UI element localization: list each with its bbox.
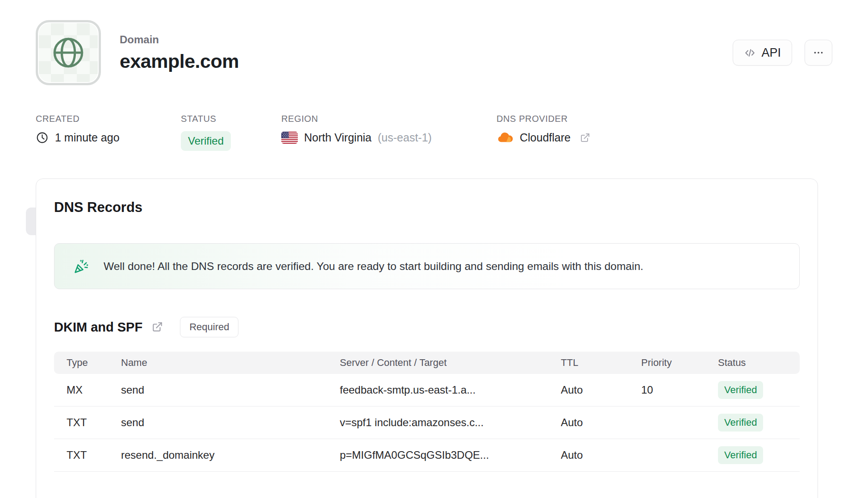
record-content[interactable]: v=spf1 include:amazonses.c... xyxy=(340,416,561,429)
region-code: (us-east-1) xyxy=(378,131,432,144)
code-icon xyxy=(744,47,756,59)
record-priority: 10 xyxy=(641,384,718,396)
table-header-row: Type Name Server / Content / Target TTL … xyxy=(54,352,800,374)
record-name: send xyxy=(121,384,340,396)
status-badge: Verified xyxy=(181,131,231,151)
record-content[interactable]: feedback-smtp.us-east-1.a... xyxy=(340,384,561,396)
record-name: resend._domainkey xyxy=(121,449,340,461)
dns-records-card: DNS Records Well done! All the DNS recor… xyxy=(36,178,818,498)
domain-avatar xyxy=(36,20,101,85)
record-content[interactable]: p=MIGfMA0GCSqGSIb3DQE... xyxy=(340,449,561,461)
dkim-spf-section-header: DKIM and SPF Required xyxy=(54,317,800,337)
cloudflare-icon xyxy=(497,132,513,144)
created-value: 1 minute ago xyxy=(55,131,120,144)
dkim-spf-title: DKIM and SPF xyxy=(54,320,142,335)
page-header: Domain example.com API xyxy=(36,20,832,85)
record-status-badge: Verified xyxy=(718,414,763,432)
page-kicker: Domain xyxy=(120,33,239,46)
external-link-icon[interactable] xyxy=(151,321,163,333)
api-button-label: API xyxy=(761,46,781,60)
region-label: REGION xyxy=(281,114,497,124)
column-header-ttl: TTL xyxy=(561,357,641,369)
table-row[interactable]: MX send feedback-smtp.us-east-1.a... Aut… xyxy=(54,374,800,407)
required-badge: Required xyxy=(180,317,238,337)
dns-records-title: DNS Records xyxy=(54,199,800,216)
dns-records-table: Type Name Server / Content / Target TTL … xyxy=(54,352,800,472)
meta-region: REGION xyxy=(281,114,497,151)
record-status-badge: Verified xyxy=(718,381,763,399)
region-value: North Virginia xyxy=(304,131,371,144)
success-banner: Well done! All the DNS records are verif… xyxy=(54,243,800,289)
party-popper-icon xyxy=(73,258,89,274)
domain-meta: CREATED 1 minute ago STATUS Verified REG… xyxy=(36,114,832,151)
record-ttl: Auto xyxy=(561,416,641,429)
external-link-icon[interactable] xyxy=(580,133,590,143)
column-header-priority: Priority xyxy=(641,357,718,369)
success-banner-text: Well done! All the DNS records are verif… xyxy=(104,260,643,273)
page-title: example.com xyxy=(120,50,239,72)
meta-dns-provider: DNS PROVIDER Cloudflare xyxy=(497,114,590,151)
record-ttl: Auto xyxy=(561,384,641,396)
record-ttl: Auto xyxy=(561,449,641,461)
status-label: STATUS xyxy=(181,114,281,124)
record-name: send xyxy=(121,416,340,429)
dns-provider-value: Cloudflare xyxy=(520,131,571,144)
column-header-content: Server / Content / Target xyxy=(340,357,561,369)
meta-status: STATUS Verified xyxy=(181,114,281,151)
meta-created: CREATED 1 minute ago xyxy=(36,114,181,151)
table-row[interactable]: TXT resend._domainkey p=MIGfMA0GCSqGSIb3… xyxy=(54,439,800,472)
clock-icon xyxy=(36,131,49,144)
record-type: MX xyxy=(67,384,121,396)
us-flag-icon xyxy=(281,132,298,144)
table-row[interactable]: TXT send v=spf1 include:amazonses.c... A… xyxy=(54,407,800,439)
record-type: TXT xyxy=(67,449,121,461)
globe-icon xyxy=(50,34,87,71)
dns-provider-label: DNS PROVIDER xyxy=(497,114,590,124)
domain-detail-page: Domain example.com API CREATED xyxy=(0,0,868,498)
record-status-badge: Verified xyxy=(718,446,763,464)
column-header-type: Type xyxy=(67,357,121,369)
api-button[interactable]: API xyxy=(733,40,792,66)
record-type: TXT xyxy=(67,416,121,429)
column-header-name: Name xyxy=(121,357,340,369)
more-options-button[interactable] xyxy=(805,40,832,66)
column-header-status: Status xyxy=(718,357,787,369)
ellipsis-icon xyxy=(813,47,824,58)
created-label: CREATED xyxy=(36,114,181,124)
